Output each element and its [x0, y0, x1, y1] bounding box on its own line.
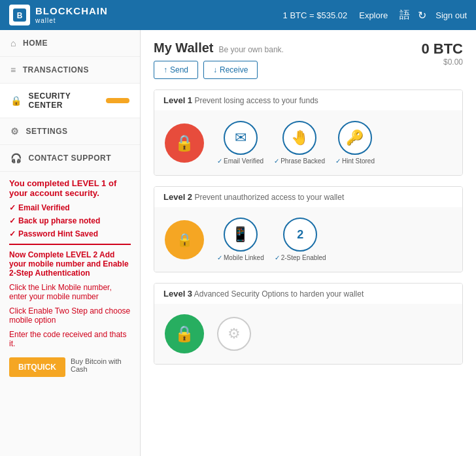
security-level-2: Level 2 Prevent unauthorized access to y…: [154, 186, 463, 272]
checkmark-icon: ✓: [9, 216, 16, 225]
checkmark-icon: ✓: [217, 254, 222, 261]
hint-label: ✓ Hint Stored: [335, 157, 375, 165]
explore-dropdown[interactable]: Explore: [359, 10, 388, 20]
level-2-icons: 📱 ✓ Mobile Linked 2 ✓ 2-Step Enabled: [217, 218, 326, 261]
logo: B BLOCKCHAIN wallet: [9, 5, 108, 25]
header: B BLOCKCHAIN wallet 1 BTC = $535.02 Expl…: [0, 0, 476, 30]
level3-icon-1: ⚙: [217, 317, 251, 351]
refresh-icon[interactable]: ↻: [418, 9, 426, 22]
level-num: Level 3: [163, 289, 192, 299]
wallet-header: My Wallet Be your own bank. ↑ Send ↓ Rec…: [154, 41, 463, 79]
receive-label: Receive: [220, 65, 248, 74]
receive-button[interactable]: ↓ Receive: [203, 61, 258, 79]
level-1-body: 🔒 ✉ ✓ Email Verified 🤚 ✓ Phr: [154, 110, 462, 175]
icon-hint: 🔑 ✓ Hint Stored: [335, 121, 375, 165]
checkmark-icon: ✓: [217, 157, 222, 165]
send-label: Send: [170, 65, 188, 74]
sidebar-item-transactions[interactable]: ≡ TRANSACTIONS: [0, 57, 140, 84]
support-icon: 🎧: [10, 153, 22, 163]
mobile-label: ✓ Mobile Linked: [217, 254, 264, 261]
level-3-body: 🔒 ⚙: [154, 304, 462, 364]
level-1-icons: ✉ ✓ Email Verified 🤚 ✓ Phrase Backed: [217, 121, 375, 165]
check-label: Password Hint Saved: [18, 229, 98, 238]
signout-button[interactable]: Sign out: [435, 10, 467, 20]
email-circle-icon: ✉: [224, 121, 258, 155]
check-password: ✓ Password Hint Saved: [9, 229, 131, 238]
download-icon: ↓: [213, 65, 217, 74]
level-1-header: Level 1 Prevent losing access to your fu…: [154, 90, 462, 110]
lock-icon: 🔒: [175, 325, 194, 343]
icon-2step: 2 ✓ 2-Step Enabled: [275, 218, 326, 261]
mobile-circle-icon: 📱: [224, 218, 258, 252]
checkmark-icon: ✓: [9, 229, 16, 238]
icon-phrase: 🤚 ✓ Phrase Backed: [274, 121, 325, 165]
checkmark-icon: ✓: [9, 203, 16, 212]
upload-icon: ↑: [163, 65, 167, 74]
checkmark-icon: ✓: [274, 157, 279, 165]
checkmark-icon: ✓: [275, 254, 280, 261]
logo-text: BLOCKCHAIN wallet: [35, 6, 108, 24]
logo-title: BLOCKCHAIN: [35, 6, 108, 17]
wallet-title-area: My Wallet Be your own bank. ↑ Send ↓ Rec…: [154, 41, 421, 79]
transactions-icon: ≡: [10, 65, 16, 75]
level-3-lock: 🔒: [165, 314, 204, 353]
sidebar-item-security[interactable]: 🔒 SECURITY CENTER: [0, 84, 140, 118]
bitquick-button[interactable]: BITQUICK: [9, 357, 65, 377]
phrase-label: ✓ Phrase Backed: [274, 157, 325, 165]
layout: ⌂ HOME ≡ TRANSACTIONS 🔒 SECURITY CENTER …: [0, 30, 476, 456]
instruction-2: Click Enable Two Step and choose mobile …: [9, 306, 131, 325]
level-3-icons: ⚙: [217, 317, 251, 351]
balance-usd: $0.00: [421, 57, 463, 67]
level-1-lock: 🔒: [165, 123, 204, 163]
icon-email: ✉ ✓ Email Verified: [217, 121, 264, 165]
security-level-3: Level 3 Advanced Security Options to har…: [154, 283, 463, 365]
level-desc: Prevent unauthorized access to your wall…: [194, 193, 344, 202]
sidebar-item-label: HOME: [23, 39, 48, 48]
completion-text: You completed LEVEL 1 of your account se…: [9, 178, 131, 198]
icon-mobile: 📱 ✓ Mobile Linked: [217, 218, 264, 261]
sidebar-item-label: SETTINGS: [26, 127, 68, 136]
check-label: Email Verified: [18, 203, 70, 212]
sidebar: ⌂ HOME ≡ TRANSACTIONS 🔒 SECURITY CENTER …: [0, 30, 141, 456]
home-icon: ⌂: [10, 38, 16, 48]
email-label: ✓ Email Verified: [217, 157, 264, 165]
bitquick-desc: Buy Bitcoin with Cash: [71, 357, 131, 373]
wallet-balance: 0 BTC $0.00: [421, 41, 463, 67]
level-3-header: Level 3 Advanced Security Options to har…: [154, 284, 462, 304]
sidebar-item-home[interactable]: ⌂ HOME: [0, 30, 140, 57]
language-icon[interactable]: 語: [400, 8, 410, 22]
level-2-body: 🔒 📱 ✓ Mobile Linked 2 ✓ 2-St: [154, 207, 462, 272]
check-backup: ✓ Back up pharse noted: [9, 216, 131, 225]
svg-text:B: B: [17, 11, 23, 20]
phrase-circle-icon: 🤚: [282, 121, 316, 155]
header-icons: 語 ↻: [400, 8, 426, 22]
level-num: Level 2: [163, 192, 192, 202]
check-email: ✓ Email Verified: [9, 203, 131, 212]
twostep-circle-icon: 2: [283, 218, 317, 252]
sidebar-item-label: SECURITY CENTER: [29, 91, 100, 110]
security-icon: 🔒: [10, 95, 22, 106]
btc-rate: 1 BTC = $535.02: [283, 10, 348, 20]
active-indicator: [106, 98, 129, 103]
main-content: My Wallet Be your own bank. ↑ Send ↓ Rec…: [141, 30, 476, 456]
wallet-title: My Wallet: [154, 41, 214, 56]
wallet-actions: ↑ Send ↓ Receive: [154, 61, 421, 79]
instruction-1: Click the Link Mobile number, enter your…: [9, 283, 131, 301]
bitquick-row: BITQUICK Buy Bitcoin with Cash: [9, 353, 131, 377]
settings-icon: ⚙: [10, 126, 20, 137]
sidebar-item-label: CONTACT SUPPORT: [29, 154, 112, 163]
logo-sub: wallet: [35, 17, 108, 24]
level-desc: Prevent losing access to your funds: [194, 96, 318, 105]
level-2-header: Level 2 Prevent unauthorized access to y…: [154, 187, 462, 207]
sidebar-item-settings[interactable]: ⚙ SETTINGS: [0, 118, 140, 145]
security-level-1: Level 1 Prevent losing access to your fu…: [154, 90, 463, 176]
send-button[interactable]: ↑ Send: [154, 61, 198, 79]
sidebar-item-support[interactable]: 🎧 CONTACT SUPPORT: [0, 145, 140, 172]
wallet-subtitle: Be your own bank.: [219, 45, 284, 54]
sidebar-content: You completed LEVEL 1 of your account se…: [0, 172, 140, 383]
balance-btc: 0 BTC: [421, 41, 463, 57]
lock-icon: 🔒: [175, 134, 194, 152]
level-num: Level 1: [163, 95, 192, 105]
level-desc: Advanced Security Options to harden your…: [194, 289, 364, 299]
twostep-label: ✓ 2-Step Enabled: [275, 254, 326, 261]
